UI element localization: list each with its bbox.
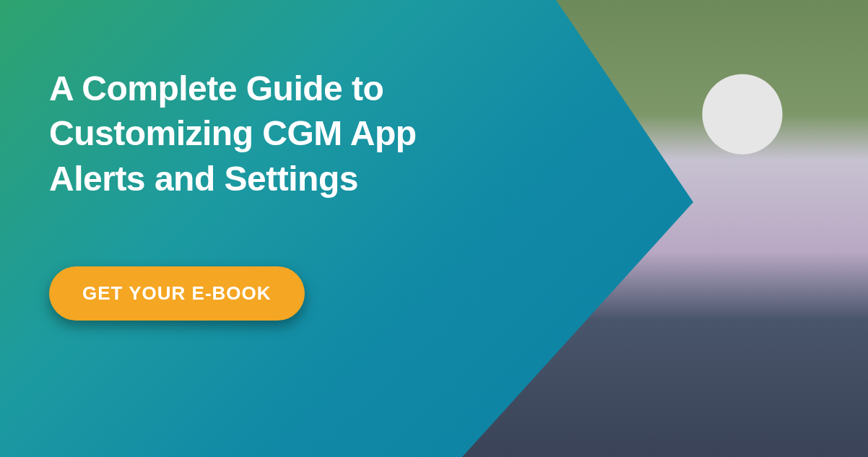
get-ebook-button[interactable]: GET YOUR E-BOOK	[49, 266, 305, 321]
promo-banner: A Complete Guide to Customizing CGM App …	[0, 0, 868, 457]
banner-content: A Complete Guide to Customizing CGM App …	[49, 66, 482, 321]
banner-headline: A Complete Guide to Customizing CGM App …	[49, 66, 482, 201]
